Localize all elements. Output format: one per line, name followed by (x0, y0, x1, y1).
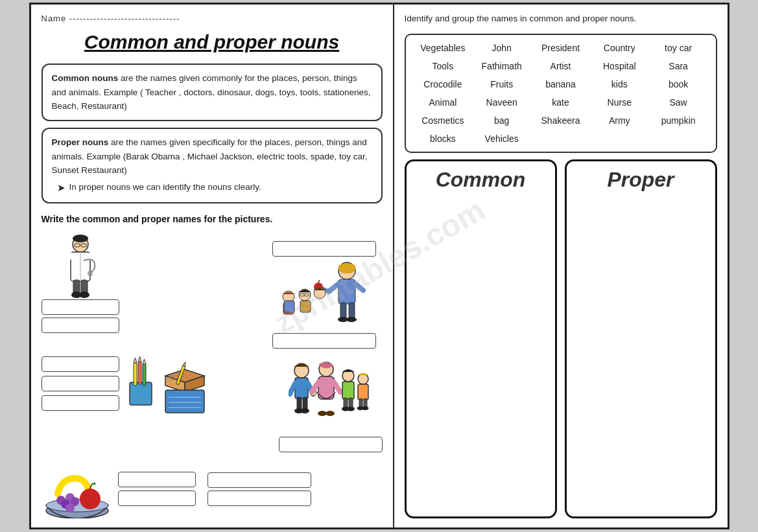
svg-marker-40 (143, 359, 146, 364)
word-naveen: Naveen (473, 96, 530, 109)
right-panel: Identify and group the names in common a… (394, 5, 728, 527)
word-toycar: toy car (650, 41, 707, 54)
common-def-bold: Common nouns (52, 73, 119, 83)
doctor-input-1[interactable] (41, 299, 119, 315)
svg-point-72 (347, 406, 355, 411)
svg-rect-37 (138, 362, 141, 384)
word-shakeera: Shakeera (532, 114, 589, 127)
fruit-bowl-icon (41, 460, 113, 518)
word-kate: kate (532, 96, 589, 109)
svg-rect-16 (338, 279, 355, 304)
stationery-input-1[interactable] (41, 356, 119, 372)
doctor-icon (54, 235, 106, 299)
proper-def-box: Proper nouns are the names given specifi… (41, 128, 383, 203)
proper-def-bold: Proper nouns (52, 137, 109, 147)
svg-marker-36 (134, 358, 137, 363)
svg-point-25 (346, 317, 357, 322)
write-instruction: Write the common and proper names for th… (41, 214, 383, 224)
word-crocodile: Crocodile (415, 78, 471, 91)
common-category-content (407, 196, 555, 516)
pencils-icon (124, 356, 157, 408)
svg-rect-53 (295, 378, 308, 399)
family-icon (289, 356, 373, 434)
pictures-section (41, 232, 383, 518)
word-book: book (650, 78, 707, 91)
word-pumpkin: pumpkin (650, 114, 707, 127)
proper-category-content (567, 196, 715, 516)
bullet-text: In proper nouns we can identify the noun… (69, 180, 261, 194)
word-cosmetics: Cosmetics (415, 114, 471, 127)
book-input-2[interactable] (207, 491, 311, 506)
word-artist: Artist (532, 60, 589, 73)
teacher-input-1[interactable] (272, 241, 376, 257)
svg-rect-58 (303, 397, 307, 410)
bullet-point: ➤ In proper nouns we can identify the no… (57, 180, 372, 196)
svg-rect-22 (340, 303, 346, 319)
svg-point-60 (300, 408, 309, 413)
word-saw: Saw (650, 96, 707, 109)
svg-line-64 (334, 382, 340, 392)
words-grid: Vegetables John President Country toy ca… (405, 34, 717, 153)
svg-rect-39 (143, 364, 146, 386)
word-banana: banana (532, 78, 589, 91)
word-animal: Animal (415, 96, 471, 109)
svg-point-73 (358, 374, 368, 384)
word-blocks: blocks (415, 132, 471, 145)
svg-point-78 (361, 406, 368, 410)
svg-line-21 (355, 284, 363, 290)
svg-rect-57 (297, 397, 302, 410)
proper-category-title: Proper (607, 161, 674, 196)
svg-rect-35 (134, 363, 137, 386)
common-category-title: Common (436, 161, 526, 196)
svg-point-65 (318, 411, 327, 416)
svg-rect-23 (349, 303, 355, 319)
common-def-box: Common nouns are the names given commonl… (41, 64, 383, 121)
word-fruits: Fruits (473, 78, 530, 91)
books-icon (162, 356, 207, 415)
book-input-1[interactable] (207, 472, 311, 488)
svg-line-63 (312, 382, 318, 392)
word-john: John (473, 41, 530, 54)
word-tools: Tools (415, 60, 471, 73)
common-category-box: Common (405, 159, 557, 518)
word-fathimath: Fathimath (473, 60, 530, 73)
word-nurse: Nurse (591, 96, 648, 109)
bullet-arrow-icon: ➤ (57, 180, 65, 196)
word-country: Country (591, 41, 648, 54)
word-president: President (532, 41, 589, 54)
fruit-input-2[interactable] (118, 491, 196, 506)
family-input-1[interactable] (279, 437, 383, 452)
categories-row: Common Proper (405, 159, 717, 518)
teacher-input-2[interactable] (272, 333, 376, 349)
doctor-inputs (41, 299, 119, 333)
doctor-input-2[interactable] (41, 318, 119, 333)
word-sara: Sara (650, 60, 707, 73)
worksheet: zprintables.com Name -------------------… (29, 3, 729, 529)
stationery-input-2[interactable] (41, 376, 119, 391)
right-instruction: Identify and group the names in common a… (405, 14, 717, 23)
word-vehicles: Vehicles (473, 132, 530, 145)
svg-rect-34 (130, 382, 152, 405)
svg-line-8 (62, 267, 64, 275)
stationery-input-3[interactable] (41, 395, 119, 411)
svg-point-1 (73, 235, 88, 242)
svg-line-54 (290, 384, 295, 394)
svg-point-66 (326, 411, 335, 416)
svg-rect-33 (300, 301, 311, 312)
name-line: Name -------------------------------- (41, 14, 383, 23)
svg-point-13 (79, 292, 89, 298)
svg-point-85 (65, 503, 75, 513)
word-vegetables: Vegetables (415, 41, 471, 54)
word-bag: bag (473, 114, 530, 127)
proper-category-box: Proper (565, 159, 717, 518)
fruit-input-1[interactable] (118, 472, 196, 487)
svg-line-20 (318, 280, 320, 283)
word-army: Army (591, 114, 648, 127)
teacher-icon (276, 259, 373, 330)
main-title: Common and proper nouns (41, 31, 383, 53)
svg-rect-68 (342, 382, 354, 399)
word-hospital: Hospital (591, 60, 648, 73)
word-kids: kids (591, 78, 648, 91)
svg-point-86 (80, 489, 101, 509)
svg-marker-47 (182, 362, 186, 366)
